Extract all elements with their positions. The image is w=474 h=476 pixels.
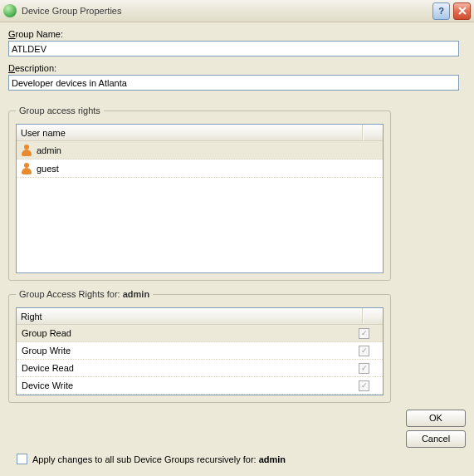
- apply-recursive-checkbox[interactable]: [17, 454, 27, 464]
- right-checkbox[interactable]: ✓: [359, 363, 369, 374]
- titlebar[interactable]: Device Group Properties ?: [0, 0, 474, 22]
- rights-for-legend: Group Access Rights for: admin: [16, 289, 153, 299]
- user-icon: [21, 145, 32, 156]
- apply-recursive-label: Apply changes to all sub Device Groups r…: [32, 454, 286, 464]
- right-row[interactable]: Group Write✓: [17, 342, 383, 360]
- right-checkbox[interactable]: ✓: [359, 346, 369, 356]
- rights-listbox[interactable]: Right Group Read✓Group Write✓Device Read…: [16, 307, 384, 395]
- description-input[interactable]: [8, 75, 459, 91]
- cancel-button[interactable]: Cancel: [406, 430, 466, 448]
- user-name: guest: [37, 164, 59, 174]
- close-button[interactable]: [453, 2, 471, 20]
- right-label: Device Read: [22, 363, 359, 373]
- group-name-label: Group Name:: [8, 29, 466, 39]
- app-icon: [3, 4, 17, 17]
- description-label: Description:: [8, 63, 466, 73]
- help-button[interactable]: ?: [432, 2, 450, 20]
- right-label: Group Read: [22, 328, 359, 338]
- right-row[interactable]: Device Read✓: [17, 360, 383, 377]
- user-name: admin: [37, 145, 61, 155]
- close-icon: [458, 7, 467, 15]
- user-listbox[interactable]: User name adminguest: [16, 124, 384, 273]
- user-list-header-label: User name: [21, 128, 66, 138]
- user-icon: [21, 163, 32, 174]
- window-title: Device Group Properties: [22, 6, 121, 16]
- right-checkbox[interactable]: ✓: [359, 380, 369, 391]
- dialog-content: Group Name: Description: Group access ri…: [0, 22, 474, 476]
- right-label: Device Write: [22, 380, 359, 390]
- group-name-input[interactable]: [8, 41, 459, 56]
- right-row[interactable]: Device Write✓: [17, 377, 383, 395]
- group-access-rights-fieldset: Group access rights User name adminguest: [8, 106, 391, 281]
- user-list-header[interactable]: User name: [17, 125, 383, 141]
- right-label: Group Write: [22, 346, 359, 356]
- ok-button[interactable]: OK: [406, 410, 466, 427]
- group-access-rights-legend: Group access rights: [16, 106, 104, 115]
- right-row[interactable]: Group Read✓: [17, 325, 383, 342]
- rights-list-header-label: Right: [21, 312, 42, 321]
- user-row[interactable]: admin: [17, 141, 383, 159]
- user-row[interactable]: guest: [17, 159, 383, 178]
- right-checkbox[interactable]: ✓: [359, 328, 369, 339]
- rights-for-fieldset: Group Access Rights for: admin Right Gro…: [8, 289, 391, 403]
- rights-list-header[interactable]: Right: [17, 308, 383, 325]
- apply-recursive-row: Apply changes to all sub Device Groups r…: [17, 454, 286, 464]
